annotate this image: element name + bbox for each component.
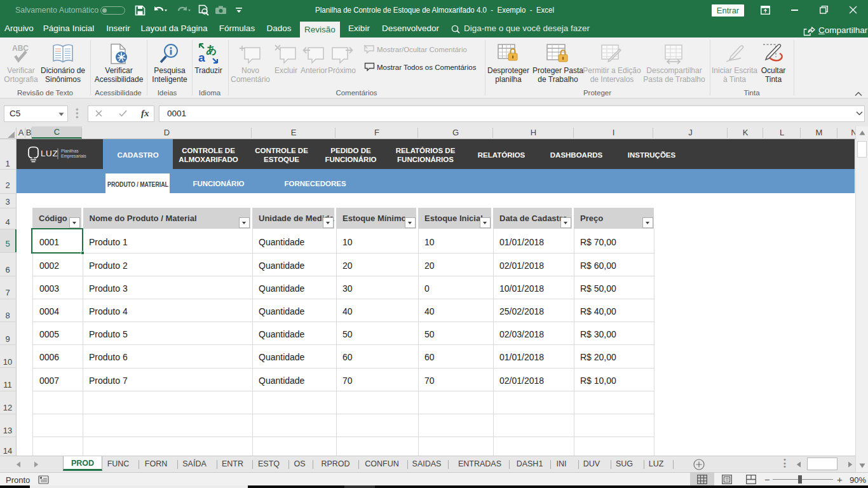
svg-text:LUZ: LUZ bbox=[41, 149, 58, 158]
svg-text:あ: あ bbox=[206, 44, 217, 56]
svg-text:ABC: ABC bbox=[12, 44, 29, 53]
svg-text:Empresariais: Empresariais bbox=[61, 154, 86, 159]
svg-text:Planilhas: Planilhas bbox=[61, 149, 79, 153]
svg-text:a: a bbox=[198, 51, 205, 64]
